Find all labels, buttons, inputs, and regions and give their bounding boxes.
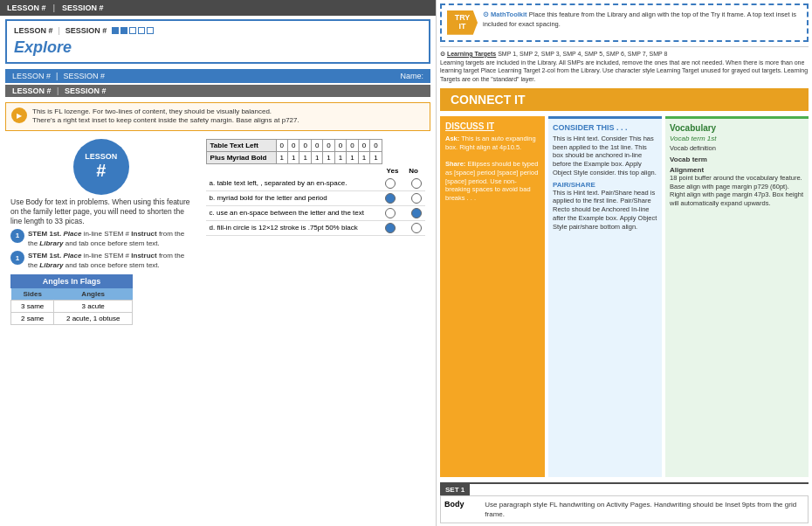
yesno-row-label: a. table text left, , separated by an en… [206, 179, 385, 187]
cell-value: 0 [288, 139, 299, 151]
angles-sides: 2 same [11, 312, 54, 324]
cell-value: 0 [299, 139, 311, 151]
data-table-section: Table Text Left000000000Plus Myriad Bold… [206, 139, 425, 164]
angles-table-title: Angles In Flags [10, 274, 133, 288]
yes-header: Yes [387, 167, 399, 175]
math-toolkit-icon: ⊙ MathToolkit [483, 10, 527, 18]
nb-session: SESSION # [63, 72, 105, 80]
lesson-band-2: LESSON # | SESSION # [5, 85, 430, 97]
name-label: Name: [400, 72, 423, 80]
alignment-detail: Base align with page margin p729 (60pt).… [670, 183, 804, 208]
lesson-circle: LESSON # [73, 139, 129, 195]
table-row: Table Text Left000000000 [206, 139, 382, 151]
explore-title: Explore [14, 38, 422, 57]
angles-sides: 3 same [11, 300, 54, 312]
try-it-section: TRY IT ⊙ MathToolkit Place this feature … [440, 3, 809, 42]
vocab-term: Vocab term [670, 156, 804, 163]
set1-header: SET 1 [440, 484, 470, 495]
lt-header-text: Learning Targets [447, 51, 496, 57]
row-label: Plus Myriad Bold [206, 151, 276, 163]
top-bar: LESSON # | SESSION # [0, 0, 436, 16]
vocab-definition: Vocab definition [670, 144, 804, 152]
set1-section: SET 1 Body Use paragraph style FL handwr… [440, 482, 809, 523]
no-circle[interactable] [411, 223, 422, 233]
stem-text-1: STEM 1st. Place in-line STEM # Instruct … [28, 229, 192, 248]
ask-label: Ask: [445, 135, 459, 142]
yesno-row: c. use an en-space between the letter an… [206, 206, 425, 221]
right-panel: TRY IT ⊙ MathToolkit Place this feature … [437, 0, 812, 526]
cell-value: 1 [299, 151, 311, 163]
consider-title: CONSIDER THIS . . . [553, 123, 657, 132]
alignment-text: 18 point buffer around the vocabulary fe… [670, 174, 804, 183]
learning-targets: ⊙ Learning Targets SMP 1, SMP 2, SMP 3, … [440, 46, 809, 84]
no-circle[interactable] [411, 193, 422, 204]
cell-value: 0 [323, 139, 334, 151]
lt-smps: SMP 1, SMP 2, SMP 3, SMP 4, SMP 5, SMP 6… [498, 51, 667, 57]
yesno-header: Yes No [206, 167, 425, 175]
set1-body-text: Use paragraph style FL handwriting on Ac… [485, 500, 804, 519]
cell-value: 0 [276, 139, 287, 151]
cell-value: 1 [311, 151, 322, 163]
yes-circle[interactable] [385, 208, 396, 218]
share-label: Share: [445, 160, 465, 168]
angles-col1: Sides [11, 288, 54, 301]
table-row: Plus Myriad Bold111111111 [206, 151, 382, 163]
top-session-label: SESSION # [62, 3, 104, 12]
stem-number-1: 1 [10, 229, 24, 243]
yesno-row: d. fill-in circle is 12×12 stroke is .75… [206, 221, 425, 236]
cell-value: 1 [288, 151, 299, 163]
angles-value: 2 acute, 1 obtuse [54, 312, 133, 324]
vocabulary-box: Vocabulary Vocab term 1st Vocab definiti… [665, 116, 809, 477]
yes-circle[interactable] [385, 223, 396, 233]
row-label: Table Text Left [206, 139, 276, 151]
yesno-row-label: b. myriad bold for the letter and period [206, 194, 385, 202]
lesson-word: LESSON [85, 152, 117, 161]
connect-it-banner: CONNECT IT [440, 88, 809, 111]
yesno-row: a. table text left, , separated by an en… [206, 176, 425, 191]
nb-lesson: LESSON # [12, 72, 51, 80]
alignment-title: Alignment [670, 166, 804, 174]
square-3 [129, 27, 136, 34]
cell-value: 0 [334, 139, 346, 151]
name-bar: LESSON # | SESSION # Name: [5, 69, 430, 83]
stem-item-2: 1 STEM 1st. Place in-line STEM # Instruc… [10, 251, 192, 270]
angles-col2: Angles [54, 288, 133, 301]
cell-value: 1 [347, 151, 358, 163]
try-it-content: ⊙ MathToolkit Place this feature from th… [483, 10, 802, 29]
yes-circle[interactable] [385, 178, 396, 189]
fl-lozenge-section: This is FL lozenge. For two-lines of con… [5, 102, 430, 131]
cell-value: 1 [358, 151, 369, 163]
vocab-title: Vocabulary [670, 123, 804, 133]
yesno-row-label: c. use an en-space between the letter an… [206, 209, 385, 217]
cell-value: 0 [370, 139, 382, 151]
lt-note: Learning targets are included in the Lib… [440, 59, 808, 83]
cell-value: 1 [334, 151, 346, 163]
table-column: Table Text Left000000000Plus Myriad Bold… [201, 136, 430, 328]
set1-content: Body Use paragraph style FL handwriting … [440, 495, 809, 523]
yesno-row: b. myriad bold for the letter and period [206, 191, 425, 206]
yes-circle[interactable] [385, 193, 396, 204]
lh-session-label: SESSION # [65, 26, 107, 35]
left-panel: LESSON # | SESSION # LESSON # | SESSION … [0, 0, 437, 526]
vocab-term-1st: Vocab term 1st [670, 135, 804, 142]
cell-value: 1 [323, 151, 334, 163]
set1-body-label: Body [444, 500, 478, 519]
no-circle[interactable] [411, 208, 422, 218]
yesno-section: Yes No a. table text left, , separated b… [206, 167, 425, 236]
fl-lozenge-text: This is FL lozenge. For two-lines of con… [32, 107, 299, 126]
consider-hint-text: This is Hint text. Consider This has bee… [553, 135, 657, 177]
angles-row: 3 same3 acute [11, 300, 133, 312]
lh-lesson-label: LESSON # [14, 26, 53, 35]
consider-this: CONSIDER THIS . . . This is Hint text. C… [548, 116, 662, 477]
stem-item-1: 1 STEM 1st. Place in-line STEM # Instruc… [10, 229, 192, 248]
cell-value: 0 [311, 139, 322, 151]
no-circle[interactable] [411, 178, 422, 189]
pair-share-text: This is Hint text. Pair/Share head is ap… [553, 189, 657, 232]
cell-value: 1 [370, 151, 382, 163]
angles-value: 3 acute [54, 300, 133, 312]
cell-value: 0 [347, 139, 358, 151]
square-4 [138, 27, 145, 34]
discuss-it-title: DISCUSS IT [445, 121, 540, 131]
no-header: No [409, 167, 418, 175]
yesno-rows-container: a. table text left, , separated by an en… [206, 176, 425, 236]
